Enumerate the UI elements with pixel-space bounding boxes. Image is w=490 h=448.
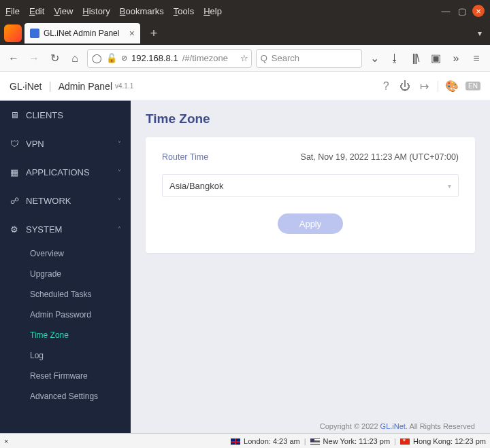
forward-button[interactable]: → <box>26 50 42 67</box>
menu-history[interactable]: History <box>82 6 110 16</box>
sidebar-item-applications[interactable]: ▦APPLICATIONS˅ <box>0 158 131 186</box>
tab-list-dropdown-icon[interactable]: ▾ <box>478 29 486 38</box>
insecure-lock-icon: 🔓 <box>106 53 117 63</box>
menu-edit[interactable]: Edit <box>29 6 44 16</box>
favicon-icon <box>30 29 39 38</box>
chevron-up-icon: ˄ <box>118 226 121 233</box>
url-host: 192.168.8.1 <box>131 53 178 63</box>
timezone-select[interactable]: Asia/Bangkok ▾ <box>162 174 459 197</box>
url-bar[interactable]: ◯ 🔓 ⊘ 192.168.8.1/#/timezone ☆ <box>87 49 252 68</box>
router-time-label: Router Time <box>162 152 208 162</box>
home-button[interactable]: ⌂ <box>67 50 83 67</box>
brand-logo: GL·iNet <box>10 81 42 92</box>
chevron-down-icon: ˅ <box>118 140 121 148</box>
pocket-icon[interactable]: ⌄ <box>366 50 382 67</box>
world-clock-london[interactable]: London: 4:23 am <box>231 437 300 445</box>
search-placeholder: Search <box>272 53 299 63</box>
search-icon: Q <box>261 53 267 63</box>
sidebar-subitem-time-zone[interactable]: Time Zone <box>0 325 131 345</box>
sidebar-icon[interactable]: ▣ <box>427 50 444 67</box>
sidebar-subitem-advanced-settings[interactable]: Advanced Settings <box>0 386 131 407</box>
flag-us-icon <box>310 438 320 445</box>
copyright-link[interactable]: GL.iNet <box>380 422 406 430</box>
chevron-down-icon: ˅ <box>118 197 121 205</box>
maximize-button[interactable]: ▢ <box>456 5 468 17</box>
sidebar-item-label: VPN <box>26 139 44 149</box>
sidebar-item-network[interactable]: ☍NETWORK˅ <box>0 186 131 215</box>
search-bar[interactable]: Q Search <box>256 49 362 68</box>
gear-icon: ⚙ <box>10 224 19 235</box>
new-tab-button[interactable]: + <box>144 24 163 43</box>
menu-view[interactable]: View <box>54 6 73 16</box>
chevron-down-icon: ˅ <box>118 169 121 176</box>
close-button[interactable]: × <box>472 5 485 17</box>
bookmark-star-icon[interactable]: ☆ <box>240 53 248 63</box>
tab-title: GL.iNet Admin Panel <box>44 29 119 38</box>
menu-help[interactable]: Help <box>203 6 222 16</box>
network-icon: ☍ <box>10 196 19 206</box>
shield-icon: 🛡 <box>10 139 19 149</box>
page-content: GL·iNet | Admin Panel v4.1.1 ? ⏻ ↦ 🎨 EN … <box>0 72 490 448</box>
app-title: Admin Panel <box>59 81 112 92</box>
sidebar-subitem-reset-firmware[interactable]: Reset Firmware <box>0 366 131 386</box>
timezone-selected: Asia/Bangkok <box>169 181 224 191</box>
copyright: Copyright © 2022 GL.iNet. All Rights Res… <box>320 422 475 430</box>
browser-tabbar: GL.iNet Admin Panel × + ▾ <box>0 22 490 45</box>
timezone-card: Router Time Sat, Nov 19, 2022 11:23 AM (… <box>146 137 475 253</box>
sidebar-item-system[interactable]: ⚙SYSTEM˄ <box>0 215 131 243</box>
sidebar-subitem-log[interactable]: Log <box>0 345 131 366</box>
router-time-value: Sat, Nov 19, 2022 11:23 AM (UTC+07:00) <box>301 152 459 162</box>
tab-close-icon[interactable]: × <box>129 28 135 39</box>
os-titlebar: FileEditViewHistoryBookmarksToolsHelp — … <box>0 0 490 22</box>
theme-icon[interactable]: 🎨 <box>446 81 457 92</box>
menu-icon[interactable]: ≡ <box>468 50 485 67</box>
sidebar-subitem-scheduled-tasks[interactable]: Scheduled Tasks <box>0 284 131 305</box>
sidebar-subitem-admin-password[interactable]: Admin Password <box>0 305 131 325</box>
apply-button[interactable]: Apply <box>278 213 343 234</box>
shield-icon: ◯ <box>92 53 102 63</box>
sidebar-subitem-upgrade[interactable]: Upgrade <box>0 264 131 284</box>
grid-icon: ▦ <box>10 167 19 177</box>
status-close-icon[interactable]: × <box>4 437 8 445</box>
reload-button[interactable]: ↻ <box>46 50 63 67</box>
menu-tools[interactable]: Tools <box>174 6 194 16</box>
sidebar-item-label: APPLICATIONS <box>26 167 90 177</box>
os-menubar: FileEditViewHistoryBookmarksToolsHelp <box>5 6 222 16</box>
menu-file[interactable]: File <box>5 6 20 16</box>
main-panel: Time Zone Router Time Sat, Nov 19, 2022 … <box>131 101 490 433</box>
menu-bookmarks[interactable]: Bookmarks <box>120 6 164 16</box>
app-version: v4.1.1 <box>115 82 133 90</box>
sidebar-item-clients[interactable]: 🖥CLIENTS <box>0 101 131 129</box>
chevron-down-icon: ▾ <box>448 182 451 190</box>
app-header: GL·iNet | Admin Panel v4.1.1 ? ⏻ ↦ 🎨 EN <box>0 72 490 101</box>
world-clock-hong-kong[interactable]: Hong Kong: 12:23 pm <box>400 437 486 445</box>
sidebar-item-vpn[interactable]: 🛡VPN˅ <box>0 129 131 158</box>
sidebar: 🖥CLIENTS🛡VPN˅▦APPLICATIONS˅☍NETWORK˅⚙SYS… <box>0 101 131 433</box>
world-clock-new-york[interactable]: New York: 11:23 pm <box>310 437 391 445</box>
downloads-icon[interactable]: ⭳ <box>387 50 403 67</box>
language-badge[interactable]: EN <box>466 82 480 90</box>
power-icon[interactable]: ⏻ <box>399 81 410 92</box>
flag-hk-icon <box>400 438 410 445</box>
status-bar: × London: 4:23 am| New York: 11:23 pm| H… <box>0 433 490 448</box>
firefox-icon <box>4 24 22 42</box>
browser-toolbar: ← → ↻ ⌂ ◯ 🔓 ⊘ 192.168.8.1/#/timezone ☆ Q… <box>0 45 490 72</box>
sidebar-item-label: NETWORK <box>26 196 71 206</box>
page-title: Time Zone <box>146 111 475 126</box>
permission-icon: ⊘ <box>121 54 127 63</box>
sidebar-item-label: CLIENTS <box>26 110 63 120</box>
help-icon[interactable]: ? <box>380 81 391 92</box>
sidebar-item-label: SYSTEM <box>26 224 62 235</box>
overflow-icon[interactable]: » <box>448 50 464 67</box>
browser-tab[interactable]: GL.iNet Admin Panel × <box>24 23 140 44</box>
library-icon[interactable]: |||\ <box>407 50 423 67</box>
back-button[interactable]: ← <box>5 50 22 67</box>
logout-icon[interactable]: ↦ <box>419 81 429 92</box>
flag-uk-icon <box>231 438 240 445</box>
url-path: /#/timezone <box>182 53 228 63</box>
sidebar-subitem-overview[interactable]: Overview <box>0 243 131 264</box>
clients-icon: 🖥 <box>10 110 19 120</box>
minimize-button[interactable]: — <box>440 5 452 17</box>
